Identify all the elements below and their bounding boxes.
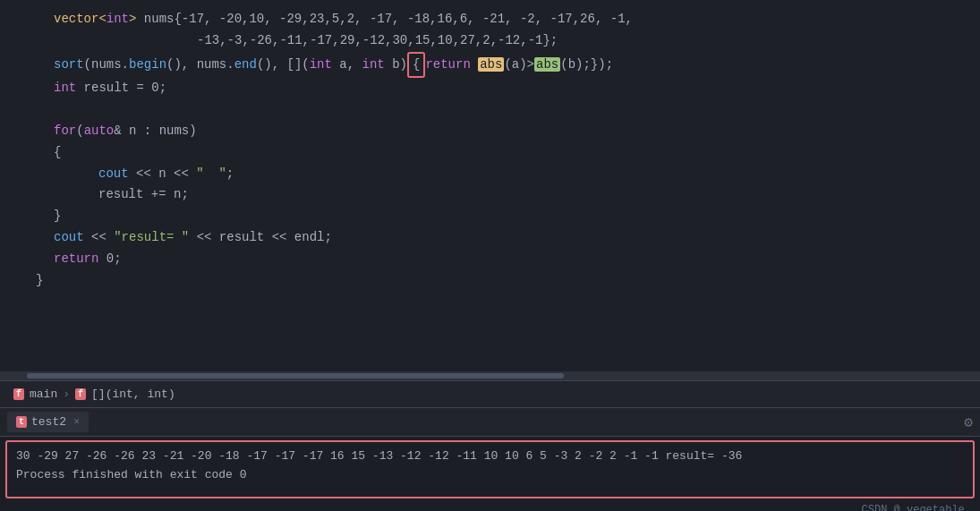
abs2-highlight: abs — [534, 57, 560, 72]
code-line-open-brace: { — [0, 142, 980, 164]
for-keyword: for — [54, 121, 76, 142]
tab-label: test2 — [31, 415, 66, 429]
code-line-sort: sort(nums.begin(), nums.end(), [](int a,… — [0, 52, 980, 79]
terminal-tab-test2[interactable]: t test2 × — [7, 412, 89, 432]
nums-cont: -13,-3,-26,-11,-17,29,-12,30,15,10,27,2,… — [197, 30, 558, 52]
tab-close-button[interactable]: × — [73, 416, 80, 429]
scrollbar-area[interactable] — [0, 371, 980, 380]
scrollbar-thumb[interactable] — [27, 373, 564, 379]
code-line-cout-n: cout << n << " "; — [0, 164, 980, 185]
int-keyword-result: int — [54, 78, 76, 99]
code-line-outer-brace: } — [0, 270, 980, 292]
code-line-cout-result: cout << "result= " << result << endl; — [0, 227, 980, 249]
terminal-output: 30 -29 27 -26 -26 23 -21 -20 -18 -17 -17… — [5, 440, 975, 498]
for-args: ( — [76, 121, 83, 142]
watermark: CSDN @_vegetable_ — [0, 502, 980, 511]
cout-fn-2: cout — [54, 227, 84, 249]
terminal-tabs: t test2 × ⚙ — [0, 408, 980, 437]
code-line-result: int result = 0; — [0, 78, 980, 99]
editor-area: vector<int> nums{-17, -20,10, -29,23,5,2… — [0, 0, 980, 371]
code-line-close-brace: } — [0, 206, 980, 227]
output-line-1: 30 -29 27 -26 -26 23 -21 -20 -18 -17 -17… — [16, 447, 964, 466]
result-decl: result = 0; — [76, 78, 166, 99]
auto-keyword: auto — [84, 121, 115, 142]
code-line-nums-cont: -13,-3,-26,-11,-17,29,-12,30,15,10,27,2,… — [0, 30, 980, 52]
breadcrumb-label-lambda: [](int, int) — [91, 388, 175, 401]
begin-fn: begin — [129, 55, 166, 76]
terminal-panel: t test2 × ⚙ 30 -29 27 -26 -26 23 -21 -20… — [0, 407, 980, 511]
result-assign: result += n; — [98, 184, 189, 206]
cout-fn-1: cout — [98, 164, 129, 185]
nums-decl: nums{-17, -20,10, -29,23,5,2, -17, -18,1… — [136, 9, 633, 30]
breadcrumb-sep: › — [63, 388, 70, 401]
sort-args: (nums. — [84, 55, 129, 76]
str-spaces: " " — [196, 164, 226, 185]
vector-type: vector< — [54, 9, 107, 30]
int-keyword-1: int — [107, 9, 129, 30]
lambda-body-highlight: { — [407, 52, 425, 79]
int-keyword-2: int — [310, 55, 332, 76]
return-val: 0; — [98, 249, 121, 270]
vector-close: > — [129, 9, 136, 30]
int-keyword-3: int — [362, 55, 385, 76]
str-result: "result= " — [114, 227, 189, 249]
breadcrumb-label-main: main — [30, 388, 57, 401]
breadcrumb-icon-main: f — [13, 388, 24, 400]
breadcrumb-icon-lambda: f — [75, 388, 86, 400]
blank-line-1 — [0, 99, 980, 121]
code-line-for: for(auto& n : nums) — [0, 121, 980, 142]
code-line-vector: vector<int> nums{-17, -20,10, -29,23,5,2… — [0, 9, 980, 30]
code-line-result-assign: result += n; — [0, 184, 980, 206]
tab-icon: t — [16, 416, 27, 428]
breadcrumb-bar: f main › f [](int, int) — [0, 380, 980, 407]
sort-fn: sort — [54, 55, 84, 76]
return-keyword: return — [54, 249, 98, 270]
output-line-2: Process finished with exit code 0 — [16, 466, 964, 485]
end-fn: end — [234, 55, 257, 76]
return-kw: return — [425, 55, 478, 76]
code-line-return: return 0; — [0, 249, 980, 270]
gear-icon[interactable]: ⚙ — [964, 413, 973, 431]
abs1-highlight: abs — [478, 57, 504, 72]
